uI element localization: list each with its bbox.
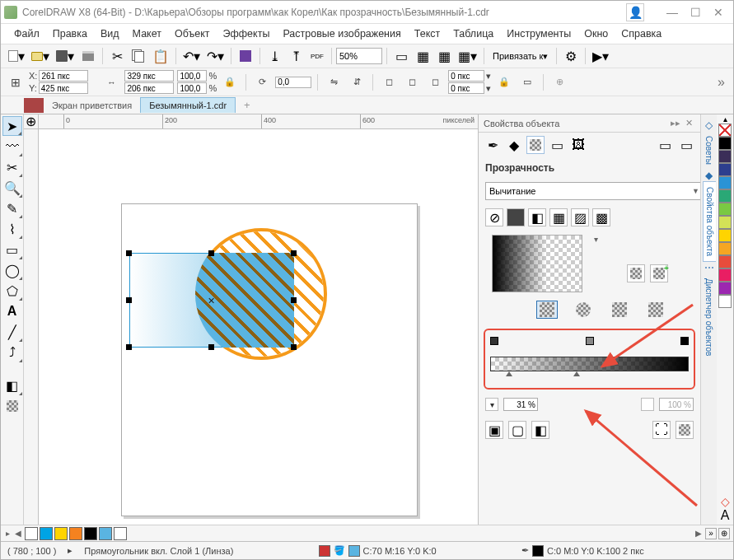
node-position-input[interactable] bbox=[659, 398, 694, 411]
stop-mid[interactable] bbox=[586, 337, 594, 345]
linear-gradient[interactable] bbox=[536, 301, 558, 319]
shape-tool[interactable]: 〰 bbox=[2, 137, 22, 156]
save-button[interactable]: ▾ bbox=[54, 46, 77, 66]
zoom-tool[interactable]: 🔍 bbox=[2, 178, 22, 198]
type-twocolor[interactable]: ▨ bbox=[571, 208, 589, 226]
gradient-dropdown[interactable]: ▾ bbox=[594, 235, 598, 244]
angle-input[interactable] bbox=[275, 77, 311, 88]
snap-to-button[interactable]: Привязать к ▾ bbox=[489, 46, 552, 66]
menu-file[interactable]: Файл bbox=[7, 26, 46, 42]
swatch-v-9[interactable] bbox=[718, 255, 732, 268]
width-input[interactable] bbox=[124, 70, 174, 82]
swatch-v-11[interactable] bbox=[718, 282, 732, 295]
export-button[interactable]: ⤒ bbox=[286, 46, 306, 66]
outline-swatch[interactable] bbox=[532, 545, 544, 557]
search-button[interactable] bbox=[236, 46, 255, 66]
scale-x-input[interactable] bbox=[177, 70, 207, 82]
fill-swatch[interactable] bbox=[348, 545, 360, 557]
undo-button[interactable]: ↶▾ bbox=[180, 46, 203, 66]
elliptical-gradient[interactable] bbox=[573, 301, 594, 319]
type-texture[interactable]: ▩ bbox=[592, 208, 610, 226]
docker-collapse[interactable]: ▸▸ bbox=[668, 118, 683, 128]
corner-c-button[interactable]: ◻ bbox=[425, 72, 445, 92]
doc-swatch-5[interactable] bbox=[114, 527, 127, 540]
menu-tools[interactable]: Инструменты bbox=[500, 26, 577, 42]
corner-lock-button[interactable]: 🔒 bbox=[494, 72, 514, 92]
menu-text[interactable]: Текст bbox=[408, 26, 446, 42]
cut-button[interactable]: ✂ bbox=[107, 46, 127, 66]
artistic-tool[interactable]: ⌇ bbox=[2, 219, 22, 239]
menu-window[interactable]: Окно bbox=[577, 26, 615, 42]
snap-grid-button[interactable]: ▦▾ bbox=[456, 46, 479, 66]
paste-button[interactable]: 📋 bbox=[150, 46, 171, 66]
stop-right[interactable] bbox=[680, 337, 689, 345]
options-button[interactable]: ⚙ bbox=[561, 46, 581, 66]
ruler-origin[interactable]: ⊕ bbox=[24, 114, 39, 129]
menu-effects[interactable]: Эффекты bbox=[217, 26, 277, 42]
swatch-v-5[interactable] bbox=[718, 203, 732, 216]
tab-welcome[interactable]: Экран приветствия bbox=[44, 98, 140, 113]
tab-document[interactable]: Безымянный-1.cdr bbox=[140, 97, 236, 113]
doc-swatch-0[interactable] bbox=[40, 527, 53, 540]
handle-ml[interactable] bbox=[126, 297, 132, 303]
ruler-vertical[interactable] bbox=[24, 129, 39, 541]
copy-transparency[interactable] bbox=[676, 421, 694, 439]
swatch-v-1[interactable] bbox=[718, 150, 732, 163]
maximize-button[interactable]: ☐ bbox=[684, 3, 707, 21]
menu-table[interactable]: Таблица bbox=[446, 26, 500, 42]
propbar-overflow[interactable]: » bbox=[714, 75, 728, 90]
doc-palette-add[interactable]: ⊕ bbox=[718, 528, 730, 539]
grid-button[interactable]: ▦ bbox=[413, 46, 432, 66]
doc-palette-expand[interactable]: » bbox=[705, 528, 717, 539]
tab-bitmap-icon[interactable]: 🖼 bbox=[569, 136, 587, 154]
fullscreen-button[interactable]: ▭ bbox=[391, 46, 411, 66]
doc-swatch-2[interactable] bbox=[69, 527, 82, 540]
swatch-v-0[interactable] bbox=[718, 137, 732, 150]
vtab-properties[interactable]: Свойства объекта bbox=[703, 181, 716, 262]
add-button[interactable]: ⊕ bbox=[549, 72, 569, 92]
swatch-v-7[interactable] bbox=[718, 229, 732, 242]
doc-swatch-none[interactable] bbox=[25, 527, 38, 540]
vtab-object-manager[interactable]: Диспетчер объектов bbox=[703, 273, 715, 361]
doc-palette-menu[interactable]: ▸ bbox=[4, 529, 12, 538]
ruler-horizontal[interactable]: 0 200 400 600 пикселей bbox=[39, 114, 478, 129]
handle-br[interactable] bbox=[291, 344, 297, 350]
docker-close[interactable]: ✕ bbox=[683, 118, 695, 128]
type-uniform[interactable] bbox=[507, 208, 525, 226]
freehand-tool[interactable]: ✎ bbox=[2, 198, 22, 218]
guides-button[interactable]: ▦ bbox=[434, 46, 454, 66]
freeze-button[interactable]: ⛶ bbox=[652, 421, 671, 439]
menu-bitmap[interactable]: Растровые изображения bbox=[276, 26, 407, 42]
center-marker[interactable]: ✕ bbox=[208, 296, 215, 306]
minimize-button[interactable]: — bbox=[661, 3, 684, 21]
scale-y-input[interactable] bbox=[177, 82, 207, 94]
palette-outline-icon[interactable]: ◇ bbox=[721, 495, 730, 508]
swatch-v-10[interactable] bbox=[718, 268, 732, 282]
menu-view[interactable]: Вид bbox=[94, 26, 126, 42]
swatch-none[interactable] bbox=[718, 124, 732, 137]
close-button[interactable]: ✕ bbox=[707, 3, 730, 21]
doc-swatch-1[interactable] bbox=[54, 527, 68, 540]
ellipse-tool[interactable]: ◯ bbox=[2, 260, 22, 280]
pen-icon[interactable]: ✒ bbox=[521, 545, 529, 556]
swatch-v-2[interactable] bbox=[718, 163, 732, 176]
tab-fill-icon[interactable]: ◆ bbox=[505, 136, 523, 154]
swatch-v-12[interactable] bbox=[718, 295, 732, 308]
tab-frame-icon[interactable]: ▭ bbox=[548, 136, 566, 154]
user-icon[interactable]: 👤 bbox=[626, 3, 644, 21]
rectangle-tool[interactable]: ▭ bbox=[2, 240, 22, 259]
docker-opt-b[interactable]: ▭ bbox=[677, 136, 695, 154]
corner-a-input[interactable] bbox=[448, 70, 484, 82]
print-button[interactable] bbox=[78, 46, 98, 66]
corner-a-button[interactable]: ◻ bbox=[379, 72, 399, 92]
doc-swatch-4[interactable] bbox=[99, 527, 112, 540]
copy-button[interactable] bbox=[129, 46, 148, 66]
tab-add[interactable]: + bbox=[236, 96, 259, 114]
handle-bl[interactable] bbox=[126, 344, 132, 350]
doc-palette-right[interactable]: ▶ bbox=[694, 529, 704, 538]
mirror-v-button[interactable]: ⇵ bbox=[347, 72, 367, 92]
corner-b-input[interactable] bbox=[448, 82, 484, 94]
dimension-tool[interactable]: ╱ bbox=[2, 322, 22, 342]
dropshadow-tool[interactable]: ◧ bbox=[2, 376, 22, 395]
node-swatch[interactable]: ▾ bbox=[485, 398, 498, 411]
